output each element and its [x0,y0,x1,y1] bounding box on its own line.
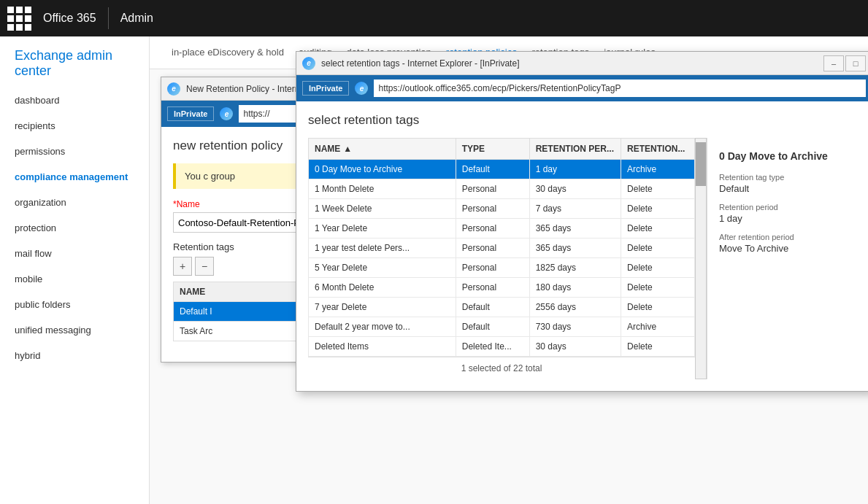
row-name: 1 Month Delete [309,179,456,199]
ie-window-2: e select retention tags - Internet Explo… [296,51,868,392]
table-row[interactable]: 6 Month Delete Personal 180 days Delete [309,278,695,298]
detail-tag-type-value: Default [719,183,848,194]
row-type: Personal [456,219,529,239]
row-type: Personal [456,199,529,219]
row-action: Delete [621,298,695,317]
row-type: Default [456,298,529,317]
row-type: Default [456,160,529,179]
ie2-address-bar: InPrivate e [296,75,868,101]
row-period: 30 days [529,337,621,357]
row-action: Delete [621,219,695,239]
row-action: Delete [621,199,695,219]
ie2-title-bar: e select retention tags - Internet Explo… [296,52,868,75]
ie1-logo-icon: e [167,82,180,96]
top-bar: Office 365 Admin [0,0,868,36]
ie2-addr-logo-icon: e [355,82,368,95]
row-name: 1 Year Delete [309,219,456,239]
detail-panel-title: 0 Day Move to Archive [719,150,848,163]
sidebar-item-dashboard[interactable]: dashboard [0,88,149,113]
row-name: Deleted Items [309,337,456,357]
sidebar: Exchange admin center dashboard recipien… [0,36,150,504]
row-period: 365 days [529,239,621,258]
app-grid-icon[interactable] [7,7,31,31]
row-action: Delete [621,239,695,258]
ie2-retention-table: NAME ▲ TYPE RETENTION PER... RETENTION..… [308,138,695,357]
table-row[interactable]: Deleted Items Deleted Ite... 30 days Del… [309,337,695,357]
sidebar-item-mobile[interactable]: mobile [0,266,149,292]
row-action: Archive [621,317,695,337]
ie2-content: select retention tags NAME ▲ [296,101,868,391]
ie2-table-header-row: NAME ▲ TYPE RETENTION PER... RETENTION..… [309,139,695,160]
row-type: Personal [456,179,529,199]
row-period: 1825 days [529,258,621,278]
row-period: 7 days [529,199,621,219]
row-name: 7 year Delete [309,298,456,317]
row-period: 180 days [529,278,621,298]
table-row[interactable]: 0 Day Move to Archive Default 1 day Arch… [309,160,695,179]
row-action: Delete [621,258,695,278]
row-action: Delete [621,337,695,357]
sidebar-item-publicfolders[interactable]: public folders [0,292,149,317]
ie2-inprivate-badge: InPrivate [302,81,349,96]
app-title: Office 365 [43,12,96,25]
title-divider [108,7,109,29]
detail-after-value: Move To Archive [719,243,848,254]
tab-ediscovery[interactable]: in-place eDiscovery & hold [172,38,284,68]
row-period: 2556 days [529,298,621,317]
detail-period-label: Retention period [719,203,848,212]
ie2-logo-icon: e [302,57,315,70]
table-row[interactable]: 1 Week Delete Personal 7 days Delete [309,199,695,219]
row-action: Delete [621,179,695,199]
row-type: Deleted Ite... [456,337,529,357]
row-name: 6 Month Delete [309,278,456,298]
sidebar-item-compliance[interactable]: compliance management [0,164,149,190]
row-action: Archive [621,160,695,179]
ie2-scrollbar[interactable] [695,138,707,379]
ie2-col-name[interactable]: NAME ▲ [309,139,456,160]
content-area: in-place eDiscovery & hold auditing data… [150,36,868,504]
ie2-minimize-button[interactable]: – [823,55,844,71]
sidebar-item-organization[interactable]: organization [0,190,149,215]
sidebar-item-mailflow[interactable]: mail flow [0,241,149,266]
ie2-content-title: select retention tags [308,113,860,128]
row-type: Personal [456,258,529,278]
ie2-title-text: select retention tags - Internet Explore… [321,58,519,69]
ie2-col-period[interactable]: RETENTION PER... [529,139,621,160]
detail-tag-type-label: Retention tag type [719,173,848,182]
sidebar-item-permissions[interactable]: permissions [0,139,149,164]
table-row[interactable]: 1 Month Delete Personal 30 days Delete [309,179,695,199]
detail-period-value: 1 day [719,213,848,224]
table-row[interactable]: 1 year test delete Pers... Personal 365 … [309,239,695,258]
sidebar-item-protection[interactable]: protection [0,215,149,241]
row-name: 5 Year Delete [309,258,456,278]
detail-after-label: After retention period [719,233,848,241]
ie2-col-action[interactable]: RETENTION... [621,139,695,160]
row-period: 730 days [529,317,621,337]
row-type: Personal [456,278,529,298]
sidebar-item-recipients[interactable]: recipients [0,113,149,139]
row-period: 365 days [529,219,621,239]
table-row[interactable]: Default 2 year move to... Default 730 da… [309,317,695,337]
row-action: Delete [621,278,695,298]
ie1-add-tag-button[interactable]: + [173,257,192,276]
ie2-address-input[interactable] [374,80,866,97]
row-period: 1 day [529,160,621,179]
ie2-restore-button[interactable]: □ [845,55,866,71]
ie1-remove-tag-button[interactable]: − [195,257,214,276]
ie2-table-area: NAME ▲ TYPE RETENTION PER... RETENTION..… [308,138,860,379]
admin-label: Admin [120,12,153,25]
row-period: 30 days [529,179,621,199]
row-name: 1 Week Delete [309,199,456,219]
table-row[interactable]: 1 Year Delete Personal 365 days Delete [309,219,695,239]
ie2-detail-panel: 0 Day Move to Archive Retention tag type… [707,138,860,379]
ie2-table-footer: 1 selected of 22 total [308,357,695,379]
table-row[interactable]: 5 Year Delete Personal 1825 days Delete [309,258,695,278]
ie2-scrollbar-thumb[interactable] [696,142,706,186]
sidebar-item-hybrid[interactable]: hybrid [0,343,149,368]
sidebar-item-unifiedmessaging[interactable]: unified messaging [0,317,149,343]
sidebar-title: Exchange admin center [0,36,149,88]
row-name: Default 2 year move to... [309,317,456,337]
ie2-col-type[interactable]: TYPE [456,139,529,160]
ie1-inprivate-badge: InPrivate [167,106,214,121]
table-row[interactable]: 7 year Delete Default 2556 days Delete [309,298,695,317]
